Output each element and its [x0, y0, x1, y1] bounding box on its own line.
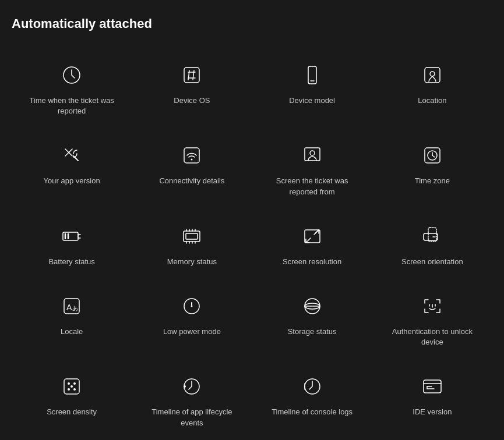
grid-item-memory: Memory status	[132, 210, 252, 280]
timezone-label: Time zone	[415, 176, 450, 186]
location-icon	[419, 62, 446, 88]
low-power-icon	[178, 293, 205, 320]
svg-line-19	[432, 155, 435, 157]
timeline-console-icon	[299, 373, 326, 400]
grid-item-screen-res: Screen resolution	[252, 210, 372, 280]
device-model-icon	[299, 62, 326, 88]
screen-density-icon	[58, 373, 85, 400]
grid-item-screen-orient: Screen orientation	[372, 210, 492, 280]
timeline-app-icon	[178, 373, 205, 400]
svg-text:A: A	[66, 303, 72, 312]
connectivity-icon	[178, 142, 205, 169]
svg-point-62	[184, 385, 186, 388]
svg-rect-65	[424, 380, 441, 393]
svg-point-60	[73, 388, 76, 391]
memory-label: Memory status	[167, 257, 217, 267]
svg-rect-37	[305, 230, 320, 243]
screen-orient-icon	[419, 223, 446, 250]
grid-item-timeline-app: Timeline of app lifecycle events	[132, 360, 252, 440]
device-model-label: Device model	[289, 95, 335, 106]
svg-rect-14	[305, 148, 320, 161]
svg-rect-40	[428, 228, 436, 242]
svg-point-56	[68, 382, 70, 385]
grid-item-device-os: Device OS	[132, 49, 252, 129]
screen-density-label: Screen density	[47, 407, 97, 417]
page-title: Automatically attached	[12, 16, 492, 31]
screen-res-label: Screen resolution	[283, 257, 341, 267]
location-label: Location	[418, 95, 446, 106]
grid-item-timeline-console: Timeline of console logs	[252, 360, 372, 440]
app-version-icon	[58, 142, 85, 169]
device-os-icon	[178, 62, 205, 88]
svg-point-59	[68, 388, 70, 391]
ide-version-icon	[419, 373, 446, 400]
screen-res-icon	[299, 223, 326, 250]
grid-item-low-power: Low power mode	[132, 280, 252, 360]
svg-rect-12	[184, 148, 199, 163]
grid-item-time-ticket: Time when the ticket was reported	[12, 49, 132, 129]
timeline-app-label: Timeline of app lifecycle events	[145, 407, 238, 428]
svg-line-39	[306, 238, 311, 243]
svg-line-38	[314, 230, 319, 235]
svg-point-9	[430, 72, 435, 76]
timezone-icon	[419, 142, 446, 169]
app-version-label: Your app version	[44, 176, 100, 186]
screen-from-label: Screen the ticket was reported from	[266, 176, 359, 197]
screen-orient-label: Screen orientation	[401, 257, 463, 267]
time-ticket-icon	[58, 62, 85, 88]
items-grid: Time when the ticket was reportedDevice …	[12, 49, 492, 440]
grid-item-auth-unlock: Authentication to unlock device	[372, 280, 492, 360]
svg-rect-8	[425, 68, 440, 83]
auth-unlock-label: Authentication to unlock device	[386, 327, 479, 347]
grid-item-ide-version: IDE version	[372, 360, 492, 440]
ide-version-label: IDE version	[413, 407, 452, 417]
svg-text:あ: あ	[72, 305, 78, 311]
battery-label: Battery status	[48, 257, 94, 267]
auth-unlock-icon	[419, 293, 446, 320]
grid-item-battery: Battery status	[12, 210, 132, 280]
grid-item-storage: Storage status	[252, 280, 372, 360]
locale-label: Locale	[61, 327, 83, 337]
svg-rect-36	[186, 233, 198, 239]
grid-item-device-model: Device model	[252, 49, 372, 129]
svg-point-58	[71, 385, 73, 388]
main-container: Automatically attached Time when the tic…	[0, 0, 504, 440]
device-os-label: Device OS	[174, 95, 210, 106]
grid-item-timezone: Time zone	[372, 129, 492, 210]
svg-point-15	[310, 151, 315, 155]
memory-icon	[178, 223, 205, 250]
svg-point-57	[73, 382, 76, 385]
grid-item-app-version: Your app version	[12, 129, 132, 210]
timeline-console-label: Timeline of console logs	[272, 407, 353, 417]
storage-icon	[299, 293, 326, 320]
grid-item-connectivity: Connectivity details	[132, 129, 252, 210]
screen-from-icon	[299, 142, 326, 169]
locale-icon: Aあ	[58, 293, 85, 320]
svg-rect-1	[184, 68, 199, 83]
grid-item-screen-from: Screen the ticket was reported from	[252, 129, 372, 210]
storage-label: Storage status	[288, 327, 337, 337]
low-power-label: Low power mode	[163, 327, 221, 337]
grid-item-locale: AあLocale	[12, 280, 132, 360]
time-ticket-label: Time when the ticket was reported	[25, 95, 118, 116]
grid-item-location: Location	[372, 49, 492, 129]
connectivity-label: Connectivity details	[159, 176, 224, 186]
svg-point-13	[191, 159, 193, 161]
grid-item-screen-density: Screen density	[12, 360, 132, 440]
battery-icon	[58, 223, 85, 250]
